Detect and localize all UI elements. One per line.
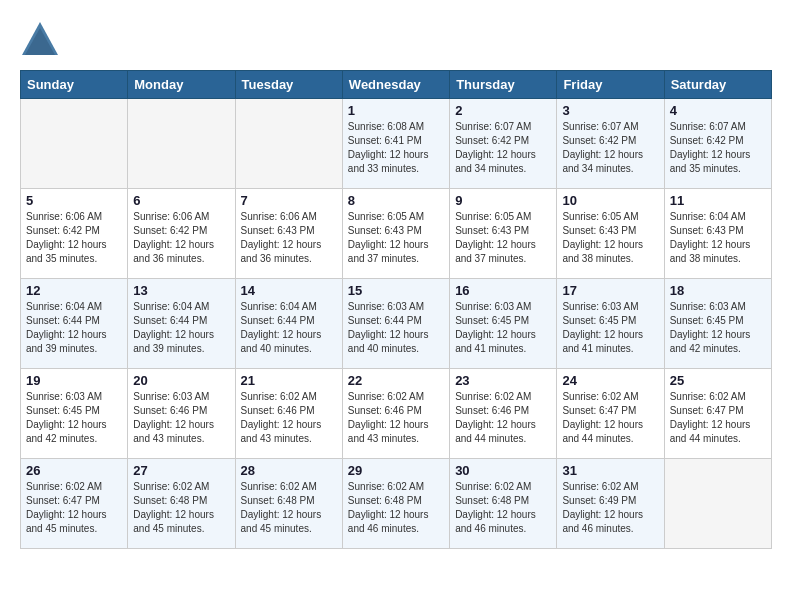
header-wednesday: Wednesday: [342, 71, 449, 99]
day-number: 30: [455, 463, 551, 478]
day-info: Sunrise: 6:04 AM Sunset: 6:44 PM Dayligh…: [133, 300, 229, 356]
calendar-day-3: 3Sunrise: 6:07 AM Sunset: 6:42 PM Daylig…: [557, 99, 664, 189]
calendar-day-27: 27Sunrise: 6:02 AM Sunset: 6:48 PM Dayli…: [128, 459, 235, 549]
header-saturday: Saturday: [664, 71, 771, 99]
calendar-empty-cell: [235, 99, 342, 189]
page-header: [20, 20, 772, 60]
day-info: Sunrise: 6:02 AM Sunset: 6:48 PM Dayligh…: [133, 480, 229, 536]
day-number: 16: [455, 283, 551, 298]
day-info: Sunrise: 6:02 AM Sunset: 6:49 PM Dayligh…: [562, 480, 658, 536]
day-number: 7: [241, 193, 337, 208]
day-info: Sunrise: 6:06 AM Sunset: 6:42 PM Dayligh…: [133, 210, 229, 266]
day-info: Sunrise: 6:02 AM Sunset: 6:47 PM Dayligh…: [562, 390, 658, 446]
calendar-table: SundayMondayTuesdayWednesdayThursdayFrid…: [20, 70, 772, 549]
calendar-week-row: 19Sunrise: 6:03 AM Sunset: 6:45 PM Dayli…: [21, 369, 772, 459]
day-number: 24: [562, 373, 658, 388]
calendar-day-13: 13Sunrise: 6:04 AM Sunset: 6:44 PM Dayli…: [128, 279, 235, 369]
day-info: Sunrise: 6:06 AM Sunset: 6:43 PM Dayligh…: [241, 210, 337, 266]
day-info: Sunrise: 6:03 AM Sunset: 6:45 PM Dayligh…: [562, 300, 658, 356]
day-info: Sunrise: 6:08 AM Sunset: 6:41 PM Dayligh…: [348, 120, 444, 176]
calendar-day-21: 21Sunrise: 6:02 AM Sunset: 6:46 PM Dayli…: [235, 369, 342, 459]
calendar-day-22: 22Sunrise: 6:02 AM Sunset: 6:46 PM Dayli…: [342, 369, 449, 459]
day-info: Sunrise: 6:02 AM Sunset: 6:46 PM Dayligh…: [348, 390, 444, 446]
calendar-day-24: 24Sunrise: 6:02 AM Sunset: 6:47 PM Dayli…: [557, 369, 664, 459]
header-sunday: Sunday: [21, 71, 128, 99]
day-number: 13: [133, 283, 229, 298]
calendar-day-8: 8Sunrise: 6:05 AM Sunset: 6:43 PM Daylig…: [342, 189, 449, 279]
calendar-day-14: 14Sunrise: 6:04 AM Sunset: 6:44 PM Dayli…: [235, 279, 342, 369]
day-number: 2: [455, 103, 551, 118]
day-info: Sunrise: 6:03 AM Sunset: 6:45 PM Dayligh…: [455, 300, 551, 356]
calendar-week-row: 12Sunrise: 6:04 AM Sunset: 6:44 PM Dayli…: [21, 279, 772, 369]
header-friday: Friday: [557, 71, 664, 99]
header-thursday: Thursday: [450, 71, 557, 99]
day-number: 19: [26, 373, 122, 388]
calendar-day-25: 25Sunrise: 6:02 AM Sunset: 6:47 PM Dayli…: [664, 369, 771, 459]
day-info: Sunrise: 6:03 AM Sunset: 6:44 PM Dayligh…: [348, 300, 444, 356]
day-info: Sunrise: 6:05 AM Sunset: 6:43 PM Dayligh…: [562, 210, 658, 266]
day-number: 25: [670, 373, 766, 388]
header-tuesday: Tuesday: [235, 71, 342, 99]
day-info: Sunrise: 6:02 AM Sunset: 6:48 PM Dayligh…: [348, 480, 444, 536]
calendar-empty-cell: [21, 99, 128, 189]
calendar-day-23: 23Sunrise: 6:02 AM Sunset: 6:46 PM Dayli…: [450, 369, 557, 459]
calendar-day-1: 1Sunrise: 6:08 AM Sunset: 6:41 PM Daylig…: [342, 99, 449, 189]
header-monday: Monday: [128, 71, 235, 99]
day-number: 29: [348, 463, 444, 478]
day-info: Sunrise: 6:03 AM Sunset: 6:45 PM Dayligh…: [26, 390, 122, 446]
day-number: 22: [348, 373, 444, 388]
calendar-day-6: 6Sunrise: 6:06 AM Sunset: 6:42 PM Daylig…: [128, 189, 235, 279]
day-info: Sunrise: 6:04 AM Sunset: 6:44 PM Dayligh…: [26, 300, 122, 356]
day-info: Sunrise: 6:07 AM Sunset: 6:42 PM Dayligh…: [670, 120, 766, 176]
calendar-day-29: 29Sunrise: 6:02 AM Sunset: 6:48 PM Dayli…: [342, 459, 449, 549]
calendar-day-26: 26Sunrise: 6:02 AM Sunset: 6:47 PM Dayli…: [21, 459, 128, 549]
calendar-day-16: 16Sunrise: 6:03 AM Sunset: 6:45 PM Dayli…: [450, 279, 557, 369]
day-number: 12: [26, 283, 122, 298]
day-info: Sunrise: 6:04 AM Sunset: 6:44 PM Dayligh…: [241, 300, 337, 356]
day-info: Sunrise: 6:06 AM Sunset: 6:42 PM Dayligh…: [26, 210, 122, 266]
calendar-week-row: 26Sunrise: 6:02 AM Sunset: 6:47 PM Dayli…: [21, 459, 772, 549]
day-number: 20: [133, 373, 229, 388]
day-number: 21: [241, 373, 337, 388]
day-info: Sunrise: 6:02 AM Sunset: 6:46 PM Dayligh…: [241, 390, 337, 446]
calendar-day-15: 15Sunrise: 6:03 AM Sunset: 6:44 PM Dayli…: [342, 279, 449, 369]
day-info: Sunrise: 6:07 AM Sunset: 6:42 PM Dayligh…: [455, 120, 551, 176]
calendar-day-2: 2Sunrise: 6:07 AM Sunset: 6:42 PM Daylig…: [450, 99, 557, 189]
day-number: 8: [348, 193, 444, 208]
day-number: 26: [26, 463, 122, 478]
day-number: 11: [670, 193, 766, 208]
day-number: 9: [455, 193, 551, 208]
day-info: Sunrise: 6:03 AM Sunset: 6:45 PM Dayligh…: [670, 300, 766, 356]
day-info: Sunrise: 6:07 AM Sunset: 6:42 PM Dayligh…: [562, 120, 658, 176]
day-info: Sunrise: 6:05 AM Sunset: 6:43 PM Dayligh…: [348, 210, 444, 266]
calendar-header-row: SundayMondayTuesdayWednesdayThursdayFrid…: [21, 71, 772, 99]
day-number: 6: [133, 193, 229, 208]
calendar-day-18: 18Sunrise: 6:03 AM Sunset: 6:45 PM Dayli…: [664, 279, 771, 369]
day-info: Sunrise: 6:02 AM Sunset: 6:47 PM Dayligh…: [26, 480, 122, 536]
day-info: Sunrise: 6:03 AM Sunset: 6:46 PM Dayligh…: [133, 390, 229, 446]
day-number: 3: [562, 103, 658, 118]
day-info: Sunrise: 6:02 AM Sunset: 6:48 PM Dayligh…: [455, 480, 551, 536]
day-info: Sunrise: 6:05 AM Sunset: 6:43 PM Dayligh…: [455, 210, 551, 266]
day-number: 27: [133, 463, 229, 478]
logo-icon: [20, 20, 60, 60]
calendar-week-row: 1Sunrise: 6:08 AM Sunset: 6:41 PM Daylig…: [21, 99, 772, 189]
day-number: 10: [562, 193, 658, 208]
day-number: 14: [241, 283, 337, 298]
calendar-day-19: 19Sunrise: 6:03 AM Sunset: 6:45 PM Dayli…: [21, 369, 128, 459]
day-number: 28: [241, 463, 337, 478]
calendar-day-12: 12Sunrise: 6:04 AM Sunset: 6:44 PM Dayli…: [21, 279, 128, 369]
day-number: 18: [670, 283, 766, 298]
day-number: 5: [26, 193, 122, 208]
day-info: Sunrise: 6:02 AM Sunset: 6:48 PM Dayligh…: [241, 480, 337, 536]
calendar-empty-cell: [664, 459, 771, 549]
calendar-day-11: 11Sunrise: 6:04 AM Sunset: 6:43 PM Dayli…: [664, 189, 771, 279]
calendar-day-30: 30Sunrise: 6:02 AM Sunset: 6:48 PM Dayli…: [450, 459, 557, 549]
calendar-day-20: 20Sunrise: 6:03 AM Sunset: 6:46 PM Dayli…: [128, 369, 235, 459]
calendar-week-row: 5Sunrise: 6:06 AM Sunset: 6:42 PM Daylig…: [21, 189, 772, 279]
day-number: 4: [670, 103, 766, 118]
day-info: Sunrise: 6:02 AM Sunset: 6:47 PM Dayligh…: [670, 390, 766, 446]
day-number: 31: [562, 463, 658, 478]
calendar-day-28: 28Sunrise: 6:02 AM Sunset: 6:48 PM Dayli…: [235, 459, 342, 549]
calendar-day-10: 10Sunrise: 6:05 AM Sunset: 6:43 PM Dayli…: [557, 189, 664, 279]
